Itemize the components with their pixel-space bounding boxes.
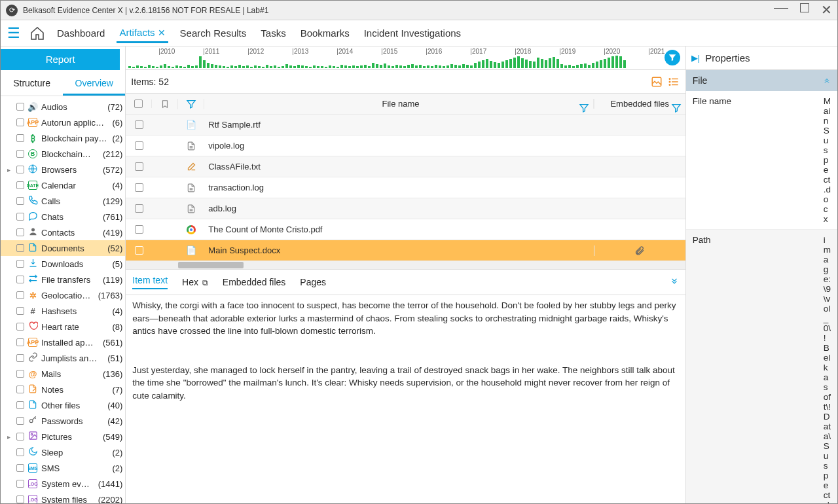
tree-checkbox[interactable] bbox=[16, 433, 24, 441]
nav-search-results[interactable]: Search Results bbox=[177, 24, 249, 43]
properties-collapse-icon[interactable]: ▶| bbox=[691, 53, 700, 63]
row-checkbox[interactable] bbox=[135, 246, 143, 255]
tree-item-system-ev-[interactable]: LOG System ev… (1441) bbox=[1, 476, 125, 492]
timeline[interactable]: |2010|2011|2012|2013|2014|2015|2016|2017… bbox=[126, 46, 685, 70]
filter-column-icon[interactable] bbox=[178, 99, 204, 109]
tree-checkbox[interactable] bbox=[16, 276, 24, 283]
table-h-scrollbar[interactable] bbox=[126, 261, 685, 269]
tree-item-other-files[interactable]: Other files (40) bbox=[1, 397, 125, 413]
tree-item-pictures[interactable]: ▸ Pictures (549) bbox=[1, 429, 125, 444]
table-row[interactable]: adb.log bbox=[126, 198, 685, 219]
gallery-view-icon[interactable] bbox=[650, 75, 663, 88]
tree-checkbox[interactable] bbox=[16, 417, 24, 425]
minimize-button[interactable]: — bbox=[774, 1, 788, 15]
table-row[interactable]: vipole.log bbox=[126, 135, 685, 156]
row-checkbox[interactable] bbox=[135, 162, 143, 171]
tree-checkbox[interactable] bbox=[16, 354, 24, 362]
tree-item-calls[interactable]: Calls (129) bbox=[1, 193, 125, 209]
tree-item-blockchain-[interactable]: B Blockchain… (212) bbox=[1, 146, 125, 162]
tree-checkbox[interactable] bbox=[16, 307, 24, 315]
home-icon[interactable] bbox=[29, 26, 45, 41]
expand-icon[interactable]: ▸ bbox=[7, 166, 14, 173]
tree-item-chats[interactable]: Chats (761) bbox=[1, 209, 125, 225]
timeline-filter-button[interactable] bbox=[665, 50, 680, 65]
tree-checkbox[interactable] bbox=[16, 228, 24, 236]
tree-item-notes[interactable]: Notes (7) bbox=[1, 382, 125, 397]
tree-item-blockchain-pay-[interactable]: ₿ Blockchain pay… (2) bbox=[1, 130, 125, 146]
nav-incident-investigations[interactable]: Incident Investigations bbox=[361, 24, 464, 43]
tree-checkbox[interactable] bbox=[16, 448, 24, 456]
preview-tab-hex[interactable]: Hex ⧉ bbox=[182, 277, 208, 287]
tree-item-mails[interactable]: @ Mails (136) bbox=[1, 366, 125, 382]
hex-external-icon[interactable]: ⧉ bbox=[202, 278, 208, 287]
nav-artifacts[interactable]: Artifacts✕ bbox=[117, 23, 168, 43]
tree-checkbox[interactable] bbox=[16, 260, 24, 268]
tree-checkbox[interactable] bbox=[16, 103, 24, 111]
tree-item-autorun-applic-[interactable]: APP Autorun applic… (6) bbox=[1, 115, 125, 130]
tree-item-audios[interactable]: 🔊 Audios (72) bbox=[1, 99, 125, 115]
tree-item-calendar[interactable]: DATE Calendar (4) bbox=[1, 177, 125, 193]
close-tab-icon[interactable]: ✕ bbox=[158, 27, 166, 38]
row-checkbox[interactable] bbox=[135, 141, 143, 150]
embedded-filter-icon[interactable] bbox=[671, 103, 682, 115]
list-view-icon[interactable] bbox=[667, 75, 680, 88]
preview-tab-embedded[interactable]: Embedded files bbox=[223, 277, 286, 287]
preview-tab-item-text[interactable]: Item text bbox=[132, 275, 168, 289]
tab-structure[interactable]: Structure bbox=[1, 73, 63, 96]
filename-filter-icon[interactable] bbox=[579, 103, 589, 115]
tree-checkbox[interactable] bbox=[16, 166, 24, 173]
tree-checkbox[interactable] bbox=[16, 495, 24, 503]
tree-item-system-files[interactable]: LOG System files (2202) bbox=[1, 492, 125, 503]
table-row[interactable]: transaction.log bbox=[126, 177, 685, 198]
table-row[interactable]: ClassAFile.txt bbox=[126, 156, 685, 177]
tree-checkbox[interactable] bbox=[16, 338, 24, 346]
preview-collapse-icon[interactable] bbox=[670, 277, 679, 288]
tree-checkbox[interactable] bbox=[16, 134, 24, 142]
preview-tab-pages[interactable]: Pages bbox=[300, 277, 326, 287]
row-checkbox[interactable] bbox=[135, 204, 143, 213]
tree-item-installed-ap-[interactable]: APP Installed ap… (561) bbox=[1, 334, 125, 350]
select-all-checkbox[interactable] bbox=[134, 99, 143, 108]
table-row[interactable]: 📄 Rtf Sample.rtf bbox=[126, 115, 685, 135]
maximize-button[interactable] bbox=[800, 3, 809, 12]
report-button[interactable]: Report bbox=[1, 49, 120, 70]
tree-checkbox[interactable] bbox=[16, 323, 24, 331]
menu-icon[interactable]: ☰ bbox=[7, 25, 20, 42]
section-file-chevron-icon[interactable] bbox=[823, 76, 831, 86]
tree-checkbox[interactable] bbox=[16, 401, 24, 409]
column-embedded[interactable]: Embedded files bbox=[594, 99, 685, 109]
nav-bookmarks[interactable]: Bookmarks bbox=[298, 24, 352, 43]
tree-item-file-transfers[interactable]: File transfers (119) bbox=[1, 272, 125, 287]
tree-item-passwords[interactable]: Passwords (42) bbox=[1, 413, 125, 429]
tree-item-downloads[interactable]: Downloads (5) bbox=[1, 256, 125, 272]
section-file[interactable]: File bbox=[686, 70, 837, 91]
tab-overview[interactable]: Overview bbox=[63, 73, 125, 96]
tree-item-sms[interactable]: SMS SMS (2) bbox=[1, 460, 125, 476]
tree-checkbox[interactable] bbox=[16, 213, 24, 221]
tree-checkbox[interactable] bbox=[16, 386, 24, 393]
tree-checkbox[interactable] bbox=[16, 370, 24, 378]
bookmark-column-icon[interactable] bbox=[152, 99, 178, 109]
close-button[interactable]: ✕ bbox=[821, 3, 832, 18]
tree-item-hashsets[interactable]: # Hashsets (4) bbox=[1, 303, 125, 319]
row-checkbox[interactable] bbox=[135, 225, 143, 234]
tree-checkbox[interactable] bbox=[16, 244, 24, 252]
tree-checkbox[interactable] bbox=[16, 480, 24, 488]
column-filename[interactable]: File name bbox=[204, 99, 593, 109]
table-row[interactable]: The Count of Monte Cristo.pdf bbox=[126, 219, 685, 240]
row-checkbox[interactable] bbox=[135, 183, 143, 192]
tree-checkbox[interactable] bbox=[16, 150, 24, 158]
tree-checkbox[interactable] bbox=[16, 181, 24, 189]
tree-checkbox[interactable] bbox=[16, 197, 24, 205]
nav-dashboard[interactable]: Dashboard bbox=[54, 24, 107, 43]
tree-item-heart-rate[interactable]: Heart rate (8) bbox=[1, 319, 125, 334]
tree-item-jumplists-an-[interactable]: Jumplists an… (51) bbox=[1, 350, 125, 366]
tree-checkbox[interactable] bbox=[16, 464, 24, 472]
nav-tasks[interactable]: Tasks bbox=[258, 24, 288, 43]
tree-item-contacts[interactable]: Contacts (419) bbox=[1, 225, 125, 240]
tree-item-documents[interactable]: Documents (52) bbox=[1, 240, 125, 256]
table-row[interactable]: 📄 Main Suspect.docx bbox=[126, 240, 685, 261]
row-checkbox[interactable] bbox=[135, 120, 143, 129]
tree-item-geolocatio-[interactable]: ✲ Geolocatio… (1763) bbox=[1, 287, 125, 303]
tree-checkbox[interactable] bbox=[16, 291, 24, 299]
